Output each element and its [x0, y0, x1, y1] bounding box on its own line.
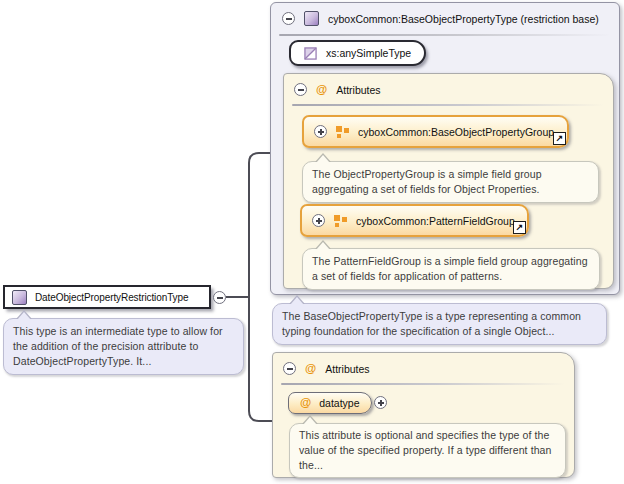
- attribute-group-label: cyboxCommon:BaseObjectPropertyGroup: [358, 126, 554, 138]
- base-type-panel-header: cyboxCommon:BaseObjectPropertyType (rest…: [282, 11, 609, 26]
- attribute-icon: @: [316, 84, 327, 96]
- base-type-panel: cyboxCommon:BaseObjectPropertyType (rest…: [270, 2, 620, 295]
- base-type-title: cyboxCommon:BaseObjectPropertyType (rest…: [328, 13, 599, 25]
- goto-definition-icon[interactable]: ↗: [553, 132, 566, 145]
- collapse-icon[interactable]: [294, 83, 307, 96]
- annotation-note: The PatternFieldGroup is a simple field …: [302, 248, 600, 290]
- collapse-icon[interactable]: [213, 291, 226, 304]
- separator: [279, 34, 611, 36]
- base-attributes-section: @ Attributes cyboxCommon:BaseObjectPrope…: [283, 73, 614, 289]
- expand-icon[interactable]: [312, 214, 325, 227]
- separator: [292, 104, 604, 106]
- simple-type-icon: [304, 47, 317, 60]
- attribute-icon: @: [300, 397, 311, 409]
- attribute-icon: @: [305, 363, 316, 375]
- base-attributes-header: @ Attributes: [294, 83, 381, 96]
- base-simple-type-badge[interactable]: xs:anySimpleType: [289, 40, 426, 66]
- complex-type-icon: [304, 11, 319, 26]
- attribute-name-label: datatype: [319, 397, 359, 409]
- expand-icon[interactable]: [314, 125, 327, 138]
- main-type-box[interactable]: DateObjectPropertyRestrictionType: [3, 285, 211, 309]
- own-attributes-panel: @ Attributes @ datatype This attribute i…: [272, 352, 575, 478]
- attribute-group-icon: [336, 125, 349, 138]
- attribute-group-label: cyboxCommon:PatternFieldGroup: [356, 215, 515, 227]
- own-attributes-header: @ Attributes: [283, 362, 370, 375]
- main-type-label: DateObjectPropertyRestrictionType: [35, 292, 188, 303]
- collapse-icon[interactable]: [282, 12, 295, 25]
- complex-type-icon: [12, 290, 27, 305]
- base-simple-type-label: xs:anySimpleType: [326, 47, 411, 59]
- attribute-annotation: This attribute is optional and specifies…: [289, 423, 566, 478]
- goto-definition-icon[interactable]: ↗: [513, 221, 526, 234]
- attributes-header-label: Attributes: [325, 363, 369, 375]
- expand-icon[interactable]: [374, 396, 387, 409]
- attribute-datatype[interactable]: @ datatype: [288, 392, 372, 414]
- attribute-group-baseobjectpropertygroup[interactable]: cyboxCommon:BaseObjectPropertyGroup ↗: [302, 115, 569, 148]
- annotation-note: The ObjectPropertyGroup is a simple fiel…: [302, 161, 599, 203]
- base-type-annotation: The BaseObjectPropertyType is a type rep…: [272, 303, 607, 345]
- collapse-icon[interactable]: [283, 362, 296, 375]
- attribute-group-patternfieldgroup[interactable]: cyboxCommon:PatternFieldGroup ↗: [300, 204, 529, 237]
- attribute-group-icon: [334, 214, 347, 227]
- attributes-header-label: Attributes: [336, 84, 380, 96]
- main-type-annotation: This type is an intermediate type to all…: [3, 318, 244, 375]
- separator: [281, 383, 565, 385]
